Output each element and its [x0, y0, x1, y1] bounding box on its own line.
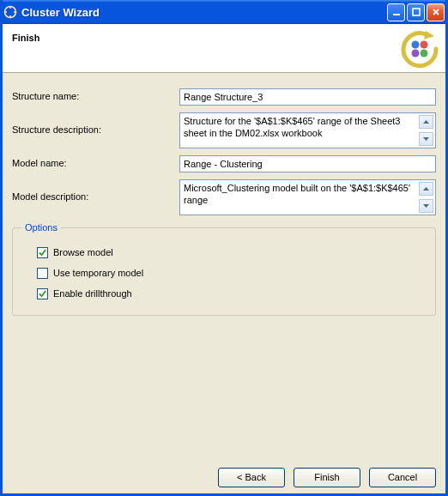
title-bar: Cluster Wizard	[0, 0, 448, 24]
browse-model-checkbox[interactable]	[37, 247, 48, 258]
spin-up-button[interactable]	[419, 115, 433, 129]
structure-name-label: Structure name:	[12, 88, 179, 101]
svg-marker-3	[424, 31, 434, 39]
model-name-label: Model name:	[12, 155, 179, 168]
back-button[interactable]: < Back	[218, 468, 285, 487]
maximize-button[interactable]	[407, 3, 425, 21]
svg-rect-2	[413, 9, 420, 15]
use-temp-model-label: Use temporary model	[53, 268, 143, 278]
page-title: Finish	[12, 33, 436, 43]
minimize-button[interactable]	[387, 3, 405, 21]
model-name-input[interactable]	[179, 155, 436, 172]
svg-marker-8	[423, 120, 429, 124]
wizard-content: Structure name: Structure description: S…	[0, 73, 448, 323]
model-desc-label: Model description:	[12, 179, 179, 202]
svg-marker-11	[423, 204, 429, 208]
window-title: Cluster Wizard	[21, 6, 385, 19]
model-desc-input[interactable]: Microsoft_Clustering model built on the …	[179, 179, 436, 215]
svg-point-7	[421, 50, 428, 57]
enable-drillthrough-checkbox[interactable]	[37, 288, 48, 299]
use-temp-model-checkbox[interactable]	[37, 268, 48, 279]
svg-point-6	[412, 50, 420, 57]
svg-point-4	[412, 41, 420, 49]
structure-name-input[interactable]	[179, 88, 436, 106]
structure-desc-text: Structure for the '$A$1:$K$465' range of…	[184, 116, 400, 138]
svg-point-5	[421, 41, 428, 49]
options-legend: Options	[21, 222, 61, 233]
svg-marker-9	[423, 137, 429, 141]
finish-button[interactable]: Finish	[294, 468, 360, 487]
enable-drillthrough-label: Enable drillthrough	[53, 288, 132, 299]
spin-down-button[interactable]	[419, 132, 433, 146]
cancel-button[interactable]: Cancel	[369, 468, 436, 487]
structure-desc-label: Structure description:	[12, 112, 179, 135]
wizard-header: Finish	[0, 24, 448, 73]
structure-desc-input[interactable]: Structure for the '$A$1:$K$465' range of…	[179, 112, 436, 148]
browse-model-label: Browse model	[53, 247, 113, 257]
model-desc-text: Microsoft_Clustering model built on the …	[184, 183, 410, 205]
spin-up-button[interactable]	[419, 182, 433, 196]
svg-marker-10	[423, 187, 429, 191]
close-button[interactable]	[427, 3, 445, 21]
wizard-button-bar: < Back Finish Cancel	[218, 468, 436, 487]
wizard-logo-icon	[400, 29, 439, 69]
app-icon	[3, 5, 17, 19]
svg-rect-1	[393, 14, 400, 15]
spin-down-button[interactable]	[419, 199, 433, 213]
options-group: Options Browse model Use temporary model…	[12, 222, 436, 316]
